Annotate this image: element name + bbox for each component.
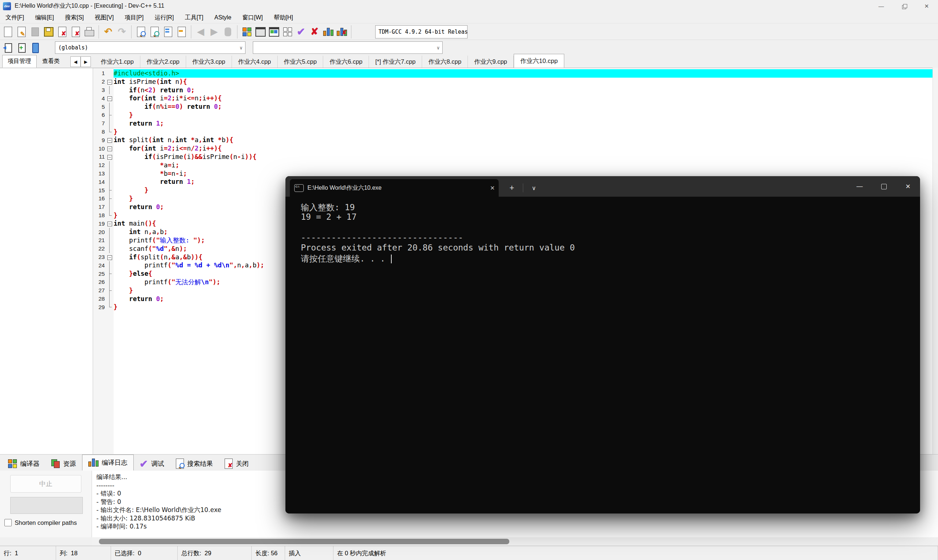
find-in-files-button[interactable]: [148, 25, 161, 39]
console-output[interactable]: 输入整数: 1919 = 2 + 17---------------------…: [285, 197, 920, 514]
close-file-button[interactable]: ✘: [55, 25, 69, 39]
goto-line-button[interactable]: [175, 25, 188, 39]
console-maximize-button[interactable]: [872, 176, 896, 197]
report-tab-5[interactable]: 搜索结果: [170, 457, 219, 471]
project-panel[interactable]: [0, 68, 93, 454]
fold-marker[interactable]: [106, 94, 114, 103]
fold-marker[interactable]: [106, 253, 114, 262]
report-tab-3[interactable]: 编译日志: [82, 454, 134, 471]
menu-item-3[interactable]: 搜索[S]: [59, 12, 89, 23]
scrollbar-thumb[interactable]: [99, 539, 509, 544]
menu-item-7[interactable]: 工具[T]: [179, 12, 209, 23]
tab-dropdown-button[interactable]: ∨: [527, 181, 541, 194]
tab-scroll-left-button[interactable]: ◀: [70, 56, 81, 67]
delete-profiling-button[interactable]: ✘: [335, 25, 348, 39]
add-member-button[interactable]: +: [15, 41, 29, 55]
menu-item-10[interactable]: 帮助[H]: [268, 12, 298, 23]
tab-scroll-right-button[interactable]: ▶: [81, 56, 91, 67]
file-tab-2[interactable]: 作业六2.cpp: [140, 56, 186, 68]
replace-button[interactable]: [161, 25, 175, 39]
file-tab-7[interactable]: [*] 作业六7.cpp: [369, 56, 422, 68]
fold-marker[interactable]: [106, 219, 114, 228]
status-panel-4: 总行数: 29: [178, 546, 252, 560]
line-number: 17: [93, 204, 106, 210]
members-combobox[interactable]: ∨: [253, 42, 443, 54]
report-tab-4[interactable]: ✔调试: [134, 457, 170, 471]
report-tab-6[interactable]: ✘关闭: [219, 457, 255, 471]
shorten-paths-checkbox[interactable]: [5, 519, 12, 526]
console-title-bar[interactable]: C:\ E:\Hello World\作业六10.exe ✕ + ∨ — ✕: [285, 176, 920, 197]
goto-declaration-button[interactable]: ◂: [2, 41, 15, 55]
compile-progress-bar: [10, 497, 83, 514]
console-tab[interactable]: C:\ E:\Hello World\作业六10.exe ✕: [290, 179, 499, 197]
file-tab-9[interactable]: 作业六9.cpp: [468, 56, 514, 68]
goto-definition-button[interactable]: [221, 25, 234, 39]
report-tab-1[interactable]: 编译器: [2, 457, 45, 471]
rebuild-all-button[interactable]: [281, 25, 294, 39]
panel-tab-classes[interactable]: 查看类: [37, 55, 65, 68]
line-number: 15: [93, 187, 106, 194]
save-button[interactable]: [28, 25, 42, 39]
file-tab-10[interactable]: 作业六10.cpp: [514, 54, 564, 68]
undo-button[interactable]: ↶: [102, 25, 115, 39]
redo-button[interactable]: ↷: [115, 25, 129, 39]
title-bar: dev E:\Hello World\作业六10.cpp - [Executin…: [0, 0, 938, 12]
console-minimize-button[interactable]: —: [847, 176, 872, 197]
app-icon: dev: [3, 2, 11, 10]
new-file-button[interactable]: [1, 25, 15, 39]
print-button[interactable]: [82, 25, 96, 39]
abort-compile-button[interactable]: ✘: [308, 25, 321, 39]
profile-button[interactable]: [321, 25, 335, 39]
report-tab-2[interactable]: 资源: [45, 457, 82, 471]
panel-tab-project[interactable]: 项目管理: [2, 55, 37, 68]
minimize-button[interactable]: —: [870, 0, 893, 12]
menu-item-4[interactable]: 视图[V]: [89, 12, 119, 23]
check-icon: ✔: [140, 458, 148, 470]
run-button[interactable]: [254, 25, 267, 39]
compiler-combobox[interactable]: TDM-GCC 4.9.2 64-bit Releas: [375, 25, 468, 38]
menu-item-2[interactable]: 编辑[E]: [30, 12, 60, 23]
new-tab-button[interactable]: +: [505, 181, 519, 194]
menu-item-6[interactable]: 运行[R]: [149, 12, 179, 23]
file-tab-6[interactable]: 作业六6.cpp: [323, 56, 369, 68]
page-x2-icon: ✘: [72, 27, 80, 37]
menu-item-8[interactable]: AStyle: [209, 12, 237, 23]
fold-marker[interactable]: [106, 153, 114, 161]
find2-icon: [151, 27, 159, 37]
forward-button[interactable]: ▶: [207, 25, 221, 39]
restore-button[interactable]: [893, 0, 915, 12]
toolbar-separator: [191, 25, 191, 38]
open-file-button[interactable]: ✎: [15, 25, 28, 39]
code-text: int split(int n,int *a,int *b){: [114, 136, 932, 144]
line-number: 9: [93, 137, 106, 143]
close-button[interactable]: ✕: [915, 0, 938, 12]
fold-guide: [106, 236, 114, 245]
menu-item-1[interactable]: 文件[F]: [0, 12, 30, 23]
file-tab-5[interactable]: 作业六5.cpp: [278, 56, 323, 68]
fold-marker[interactable]: [106, 144, 114, 153]
globals-combobox[interactable]: (globals)∨: [55, 42, 245, 54]
console-close-button[interactable]: ✕: [896, 176, 920, 197]
find-button[interactable]: [134, 25, 148, 39]
log-horizontal-scrollbar[interactable]: [92, 537, 938, 546]
file-tab-4[interactable]: 作业六4.cpp: [232, 56, 278, 68]
class-browser-button[interactable]: [29, 41, 42, 55]
file-tab-8[interactable]: 作业六8.cpp: [422, 56, 468, 68]
file-tab-1[interactable]: 作业六1.cpp: [94, 56, 140, 68]
editor-vertical-scrollbar[interactable]: [932, 68, 938, 454]
file-tab-3[interactable]: 作业六3.cpp: [186, 56, 232, 68]
abort-button[interactable]: 中止: [10, 475, 81, 492]
console-tab-close-icon[interactable]: ✕: [486, 185, 499, 192]
compile-and-run-button[interactable]: [267, 25, 281, 39]
compile-button[interactable]: [240, 25, 254, 39]
status-panel-3: 已选择: 0: [111, 546, 178, 560]
fold-marker[interactable]: [106, 78, 114, 86]
fold-marker[interactable]: [106, 136, 114, 144]
back-button[interactable]: ◀: [194, 25, 207, 39]
menu-item-5[interactable]: 项目[P]: [119, 12, 149, 23]
save-all-button[interactable]: [42, 25, 55, 39]
line-number: 8: [93, 129, 106, 135]
close-all-button[interactable]: ✘: [69, 25, 82, 39]
menu-item-9[interactable]: 窗口[W]: [237, 12, 268, 23]
syntax-check-button[interactable]: ✔: [294, 25, 308, 39]
